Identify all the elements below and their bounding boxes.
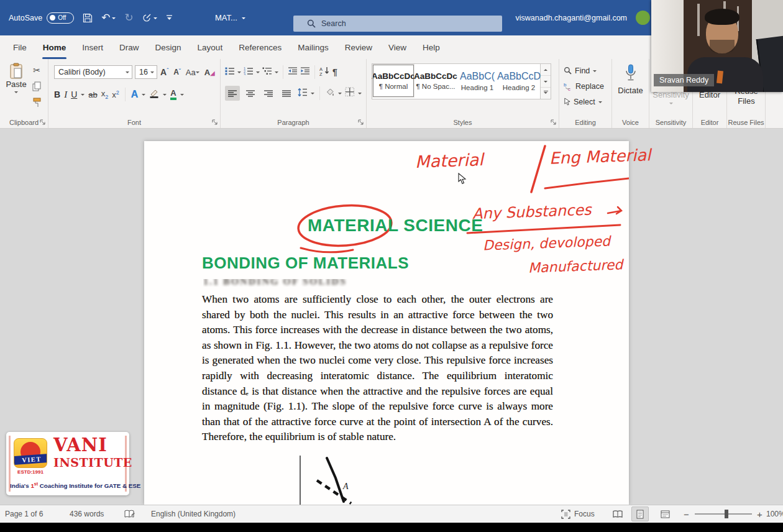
zoom-slider[interactable]	[695, 505, 752, 523]
tab-review[interactable]: Review	[337, 35, 380, 59]
undo-button[interactable]: ↶	[101, 11, 116, 24]
print-layout-button[interactable]	[631, 507, 649, 521]
superscript-button[interactable]: x2	[112, 89, 119, 99]
shading-button[interactable]	[325, 87, 335, 99]
increase-indent-button[interactable]	[300, 66, 310, 78]
tab-draw[interactable]: Draw	[111, 35, 147, 59]
style-no-spacing[interactable]: AaBbCcDc ¶ No Spac...	[415, 65, 456, 97]
paste-button[interactable]: Paste	[3, 63, 29, 111]
styles-gallery-more[interactable]	[541, 87, 551, 99]
chevron-down-icon[interactable]	[338, 93, 342, 96]
style-heading-2[interactable]: AaBbCcD Heading 2	[498, 65, 539, 97]
justify-button[interactable]	[279, 86, 294, 101]
tab-layout[interactable]: Layout	[190, 35, 231, 59]
proofing-status[interactable]	[124, 505, 135, 523]
cut-icon[interactable]: ✂	[30, 64, 44, 76]
chevron-down-icon[interactable]	[311, 93, 314, 96]
chevron-down-icon[interactable]	[112, 17, 116, 21]
qat-customize-button[interactable]	[166, 15, 173, 21]
bold-button[interactable]: B	[54, 89, 60, 99]
find-button[interactable]: Find	[564, 63, 604, 78]
page-indicator[interactable]: Page 1 of 6	[5, 505, 43, 523]
zoom-in-button[interactable]: +	[757, 505, 762, 523]
replace-button[interactable]: bc Replace	[564, 78, 604, 94]
zoom-level[interactable]: 100%	[766, 505, 783, 523]
pilcrow-button[interactable]: ¶	[332, 67, 337, 77]
highlight-button[interactable]	[149, 88, 159, 101]
chevron-down-icon[interactable]	[81, 94, 85, 98]
align-right-button[interactable]	[261, 86, 276, 101]
touch-draw-button[interactable]	[142, 13, 157, 22]
font-dialog-launcher[interactable]	[212, 119, 218, 126]
style-heading-1[interactable]: AaBbC( Heading 1	[457, 65, 497, 97]
shrink-font-button[interactable]: Aˇ	[173, 68, 181, 76]
copy-icon[interactable]	[30, 80, 44, 93]
underline-button[interactable]: U	[71, 89, 77, 99]
numbering-button[interactable]: 123	[244, 66, 254, 78]
sort-button[interactable]: AZ	[319, 66, 330, 78]
account-area[interactable]: viswanadh.chaganti@gmail.com	[516, 0, 650, 35]
align-left-button[interactable]	[225, 86, 240, 101]
style-normal[interactable]: AaBbCcDc ¶ Normal	[373, 65, 414, 97]
styles-scroll-down[interactable]	[541, 75, 551, 87]
language-indicator[interactable]: English (United Kingdom)	[151, 505, 236, 523]
chevron-down-icon[interactable]	[180, 94, 184, 98]
proofing-book-icon	[124, 510, 135, 519]
autosave-pill[interactable]: Off	[47, 12, 74, 24]
read-mode-button[interactable]	[609, 507, 626, 521]
text-effects-button[interactable]: A	[131, 89, 139, 100]
avatar[interactable]	[636, 11, 650, 25]
styles-scroll-up[interactable]	[541, 64, 551, 75]
letterbox-bar	[0, 523, 783, 532]
document-page[interactable]: Material Eng Material Any Substances Des…	[144, 141, 629, 505]
decrease-indent-button[interactable]	[288, 66, 298, 78]
styles-dialog-launcher[interactable]	[551, 119, 557, 126]
tab-references[interactable]: References	[231, 35, 290, 59]
tab-design[interactable]: Design	[147, 35, 190, 59]
strikethrough-button[interactable]: ab	[88, 90, 97, 99]
document-title[interactable]: MAT...	[215, 0, 245, 35]
select-button[interactable]: Select	[564, 94, 604, 109]
chevron-down-icon[interactable]	[275, 71, 278, 75]
align-center-button[interactable]	[243, 86, 258, 101]
tab-help[interactable]: Help	[414, 35, 448, 59]
italic-button[interactable]: I	[64, 89, 67, 100]
tab-mailings[interactable]: Mailings	[290, 35, 337, 59]
tab-home[interactable]: Home	[35, 35, 75, 59]
font-color-button[interactable]: A	[170, 89, 176, 100]
chevron-down-icon[interactable]	[142, 94, 145, 98]
tab-insert[interactable]: Insert	[74, 35, 111, 59]
format-painter-icon[interactable]	[30, 96, 44, 109]
chevron-down-icon[interactable]	[358, 93, 362, 96]
logo-institute: INSTITUTE	[53, 456, 132, 469]
tab-view[interactable]: View	[380, 35, 414, 59]
paragraph-dialog-launcher[interactable]	[358, 119, 364, 126]
chevron-down-icon[interactable]	[237, 71, 241, 75]
autosave-toggle[interactable]: AutoSave Off	[9, 12, 74, 24]
tab-file[interactable]: File	[5, 35, 35, 59]
chevron-down-icon[interactable]	[256, 71, 260, 75]
subscript-button[interactable]: x2	[101, 89, 109, 100]
multilevel-list-button[interactable]	[262, 66, 272, 78]
clear-formatting-button[interactable]: A◢	[204, 68, 215, 77]
search-box[interactable]: Search	[293, 16, 502, 32]
focus-button[interactable]: Focus	[561, 505, 595, 523]
web-layout-button[interactable]	[656, 507, 674, 521]
zoom-out-button[interactable]: −	[684, 505, 689, 523]
word-count[interactable]: 436 words	[70, 505, 104, 523]
clipboard-dialog-launcher[interactable]	[40, 119, 46, 126]
bullets-button[interactable]	[225, 66, 235, 78]
borders-button[interactable]	[345, 87, 355, 99]
dictate-button[interactable]: Dictate	[612, 64, 649, 95]
zoom-slider-thumb[interactable]	[725, 510, 728, 518]
group-label-paragraph: Paragraph	[221, 119, 366, 126]
chevron-down-icon[interactable]	[14, 91, 18, 95]
line-spacing-button[interactable]	[297, 88, 308, 99]
chevron-down-icon[interactable]	[153, 17, 157, 21]
chevron-down-icon[interactable]	[163, 94, 167, 98]
font-name-select[interactable]: Calibri (Body)	[54, 65, 132, 79]
save-icon[interactable]	[83, 13, 93, 23]
grow-font-button[interactable]: Aˆ	[160, 67, 168, 77]
change-case-button[interactable]: Aa	[186, 68, 199, 77]
font-size-select[interactable]: 16	[135, 65, 157, 79]
